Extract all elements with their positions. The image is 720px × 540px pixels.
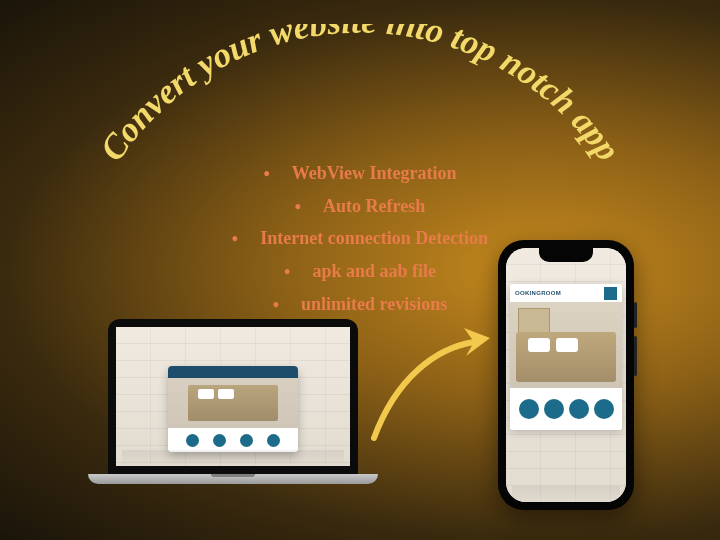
headline-text: Convert your website into top notch app bbox=[92, 24, 628, 168]
feature-list: WebView Integration Auto Refresh Interne… bbox=[232, 158, 488, 321]
laptop-mockup bbox=[108, 319, 358, 484]
laptop-screen bbox=[108, 319, 358, 474]
phone-mockup: OOKINGROOM bbox=[498, 240, 634, 510]
desk-shadow bbox=[122, 450, 344, 466]
laptop-display bbox=[116, 327, 350, 466]
phone-display: OOKINGROOM bbox=[506, 248, 626, 502]
feature-item: Internet connection Detection bbox=[232, 223, 488, 256]
feature-item: apk and aab file bbox=[232, 256, 488, 289]
circle-icon bbox=[186, 434, 199, 447]
feature-item: unlimited revisions bbox=[232, 289, 488, 322]
circle-icon bbox=[213, 434, 226, 447]
phone-website-preview: OOKINGROOM bbox=[510, 284, 622, 430]
phone-side-button bbox=[634, 336, 637, 376]
svg-text:Convert your website into top : Convert your website into top notch app bbox=[92, 24, 628, 168]
desk-shadow bbox=[512, 486, 620, 502]
site-topbar bbox=[168, 366, 298, 378]
circle-icon bbox=[569, 399, 589, 419]
circle-icon bbox=[544, 399, 564, 419]
phone-side-button bbox=[634, 302, 637, 328]
site-topbar: OOKINGROOM bbox=[510, 284, 622, 302]
circle-icon bbox=[594, 399, 614, 419]
site-brand: OOKINGROOM bbox=[515, 290, 561, 296]
feature-item: WebView Integration bbox=[232, 158, 488, 191]
circle-icon bbox=[240, 434, 253, 447]
laptop-base bbox=[88, 474, 378, 484]
hero-bed-graphic bbox=[516, 332, 616, 382]
site-hero bbox=[168, 378, 298, 428]
arrow-icon bbox=[356, 308, 506, 458]
site-icon-row bbox=[168, 428, 298, 452]
feature-item: Auto Refresh bbox=[232, 191, 488, 224]
laptop-website-preview bbox=[168, 366, 298, 452]
menu-icon bbox=[604, 287, 617, 300]
circle-icon bbox=[519, 399, 539, 419]
circle-icon bbox=[267, 434, 280, 447]
site-hero bbox=[510, 302, 622, 388]
hero-bed-graphic bbox=[188, 385, 278, 421]
site-icon-row bbox=[510, 388, 622, 430]
